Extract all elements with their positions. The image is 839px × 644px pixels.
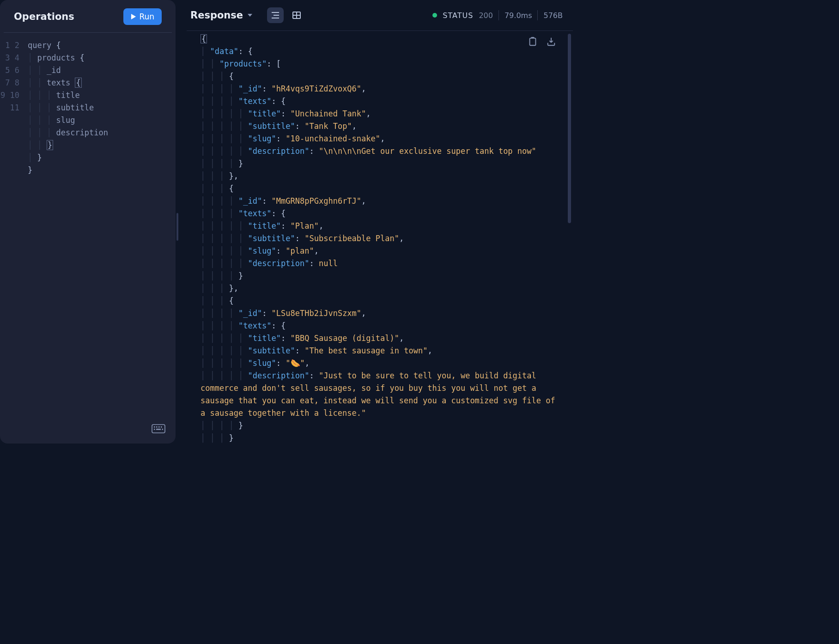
tree-view-button[interactable] [267, 7, 284, 23]
status-label: STATUS [443, 11, 473, 20]
response-json[interactable]: { │ "data": { │ │ "products": [ │ │ │ { … [201, 33, 559, 444]
svg-rect-2 [154, 426, 155, 428]
resize-handle[interactable] [176, 0, 178, 444]
response-actions [528, 36, 556, 47]
svg-marker-0 [131, 14, 136, 19]
table-view-button[interactable] [288, 7, 305, 23]
download-icon[interactable] [546, 36, 556, 47]
run-button[interactable]: Run [123, 8, 162, 25]
response-header: Response STATUS 200 79.0ms 576B [187, 0, 573, 31]
response-body[interactable]: { │ "data": { │ │ "products": [ │ │ │ { … [187, 31, 573, 444]
svg-rect-4 [158, 426, 160, 428]
status-dot-icon [432, 13, 437, 18]
copy-icon[interactable] [528, 36, 538, 47]
svg-rect-15 [530, 38, 536, 46]
response-time: 79.0ms [505, 11, 532, 20]
line-gutter: 1 2 3 4 5 6 7 8 9 10 11 [0, 39, 28, 176]
run-button-label: Run [139, 12, 154, 21]
svg-rect-7 [156, 429, 161, 430]
view-toggle [267, 7, 305, 23]
divider [499, 10, 499, 20]
query-code[interactable]: query { │ products { │ │ _id │ │ texts {… [28, 39, 108, 176]
keyboard-icon[interactable] [152, 424, 165, 435]
response-size: 576B [543, 11, 563, 20]
svg-rect-6 [154, 429, 155, 430]
query-editor[interactable]: 1 2 3 4 5 6 7 8 9 10 11 query { │ produc… [0, 33, 176, 176]
play-icon [131, 14, 136, 19]
status-block: STATUS 200 79.0ms 576B [432, 10, 563, 20]
chevron-down-icon [247, 12, 253, 18]
response-panel: Response STATUS 200 79.0ms 576B { [178, 0, 573, 444]
response-title-label: Response [190, 10, 243, 21]
divider [537, 10, 538, 20]
scrollbar-thumb[interactable] [568, 34, 571, 223]
response-title[interactable]: Response [190, 10, 253, 21]
svg-rect-5 [161, 426, 162, 428]
svg-rect-3 [156, 426, 158, 428]
operations-panel: Operations Run 1 2 3 4 5 6 7 8 9 10 11 q… [0, 0, 176, 444]
operations-title: Operations [14, 11, 74, 22]
svg-rect-8 [162, 429, 164, 430]
operations-header: Operations Run [4, 0, 172, 33]
status-code: 200 [479, 11, 493, 20]
